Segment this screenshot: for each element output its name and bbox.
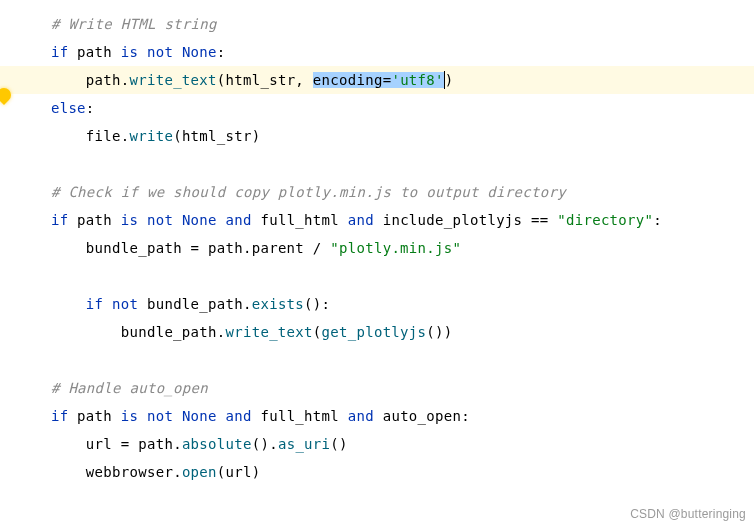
watermark: CSDN @butteringing bbox=[630, 507, 746, 521]
code-line: if path is not None and full_html and au… bbox=[16, 402, 754, 430]
code-line: # Handle auto_open bbox=[16, 374, 754, 402]
code-line: if not bundle_path.exists(): bbox=[16, 290, 754, 318]
code-line bbox=[16, 150, 754, 178]
code-line: if path is not None and full_html and in… bbox=[16, 206, 754, 234]
code-line: # Write HTML string bbox=[16, 10, 754, 38]
code-line: webbrowser.open(url) bbox=[16, 458, 754, 486]
code-line bbox=[16, 346, 754, 374]
comment: # Write HTML string bbox=[51, 16, 217, 32]
code-line-active: path.write_text(html_str, encoding='utf8… bbox=[0, 66, 754, 94]
code-line: bundle_path = path.parent / "plotly.min.… bbox=[16, 234, 754, 262]
code-line bbox=[16, 262, 754, 290]
code-line: bundle_path.write_text(get_plotlyjs()) bbox=[16, 318, 754, 346]
code-line: else: bbox=[16, 94, 754, 122]
code-line: url = path.absolute().as_uri() bbox=[16, 430, 754, 458]
selection: encoding='utf8' bbox=[313, 72, 444, 88]
code-editor[interactable]: # Write HTML string if path is not None:… bbox=[0, 0, 754, 496]
comment: # Handle auto_open bbox=[51, 380, 208, 396]
comment: # Check if we should copy plotly.min.js … bbox=[51, 184, 566, 200]
code-line: if path is not None: bbox=[16, 38, 754, 66]
code-line: file.write(html_str) bbox=[16, 122, 754, 150]
code-line: # Check if we should copy plotly.min.js … bbox=[16, 178, 754, 206]
